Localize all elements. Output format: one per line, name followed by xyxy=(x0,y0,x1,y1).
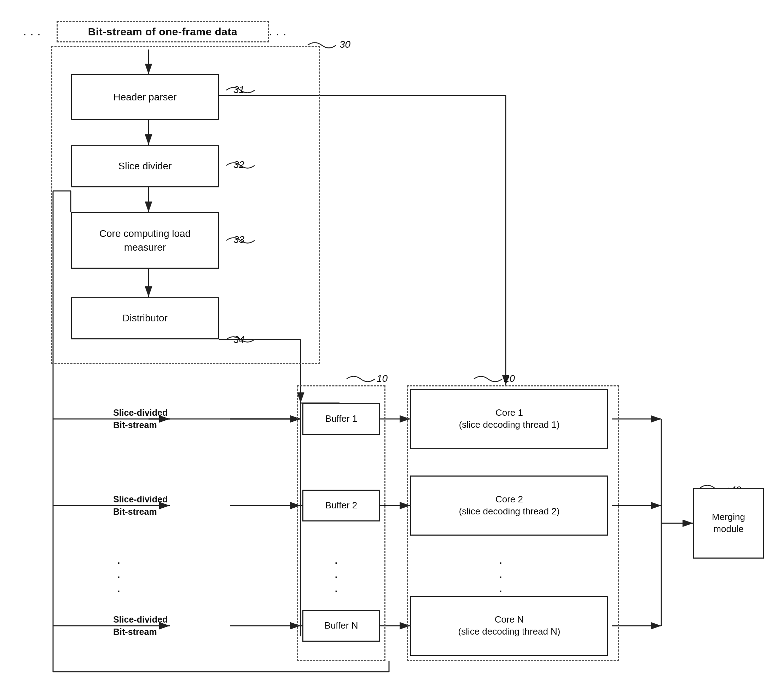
buffer-dots: ··· xyxy=(334,555,339,597)
bitstream-label: Bit-stream of one-frame data xyxy=(57,21,269,42)
buffer2-box: Buffer 2 xyxy=(302,490,380,522)
slice-label-1: Slice-divided Bit-stream xyxy=(113,407,168,431)
ref-20: 20 xyxy=(504,373,515,384)
slice-label-2: Slice-divided Bit-stream xyxy=(113,493,168,518)
diagram: · · · · · · xyxy=(0,0,778,700)
ref-10: 10 xyxy=(377,373,387,384)
svg-text:· · ·: · · · xyxy=(269,27,286,41)
slice-label-3: Slice-divided Bit-stream xyxy=(113,613,168,638)
core1-box: Core 1 (slice decoding thread 1) xyxy=(410,389,608,449)
merging-module-box: Merging module xyxy=(693,488,764,558)
coreN-box: Core N (slice decoding thread N) xyxy=(410,596,608,656)
bufferN-box: Buffer N xyxy=(302,610,380,642)
buffer1-box: Buffer 1 xyxy=(302,403,380,435)
stream-dots: ··· xyxy=(117,555,121,597)
core-dots: ··· xyxy=(499,555,503,597)
core2-box: Core 2 (slice decoding thread 2) xyxy=(410,475,608,536)
svg-text:· · ·: · · · xyxy=(23,27,41,41)
ref-30: 30 xyxy=(339,39,351,50)
outer-dashed-box-30 xyxy=(51,46,320,364)
